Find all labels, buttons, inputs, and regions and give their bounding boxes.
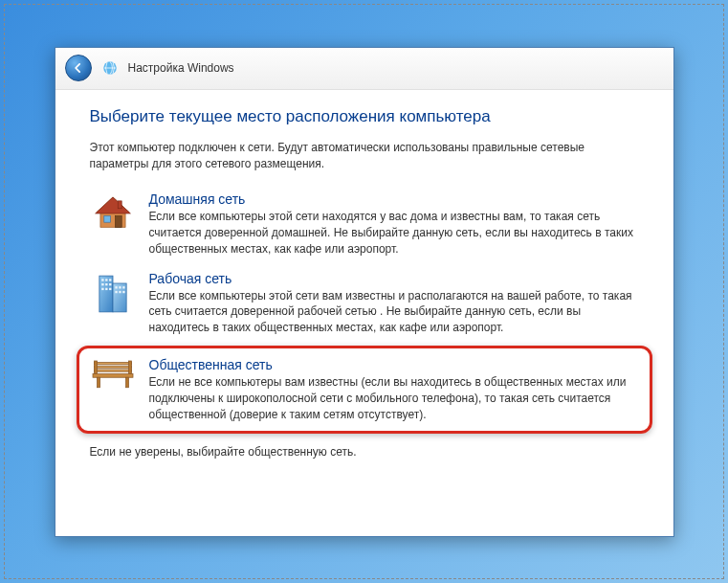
svg-rect-9	[105, 279, 107, 280]
svg-rect-23	[94, 363, 131, 365]
option-title: Общественная сеть	[149, 357, 639, 372]
network-options: Домашняя сеть Если все компьютеры этой с…	[90, 186, 639, 434]
svg-rect-28	[125, 377, 128, 388]
house-icon	[90, 191, 136, 257]
svg-rect-27	[97, 377, 99, 388]
svg-rect-5	[118, 201, 121, 209]
wizard-body: Выберите текущее место расположения комп…	[55, 90, 673, 536]
wizard-window: Настройка Windows Выберите текущее место…	[55, 47, 674, 537]
app-icon	[101, 59, 119, 77]
office-icon	[90, 271, 136, 336]
option-public-highlight: Общественная сеть Если не все компьютеры…	[77, 346, 652, 434]
option-public-network[interactable]: Общественная сеть Если не все компьютеры…	[80, 349, 649, 430]
back-button[interactable]	[65, 55, 92, 81]
back-arrow-icon	[72, 61, 85, 75]
option-desc: Если не все компьютеры вам известны (есл…	[149, 374, 639, 422]
page-hint: Если не уверены, выбирайте общественную …	[90, 445, 639, 459]
option-desc: Если все компьютеры этой сети находятся …	[149, 209, 635, 257]
svg-rect-29	[94, 361, 97, 374]
svg-rect-18	[119, 286, 121, 288]
option-title: Домашняя сеть	[149, 191, 635, 207]
svg-rect-8	[101, 279, 103, 280]
svg-rect-17	[115, 286, 117, 288]
bench-icon	[90, 357, 136, 422]
svg-rect-14	[101, 287, 103, 289]
svg-marker-2	[95, 197, 130, 213]
window-title: Настройка Windows	[128, 61, 234, 75]
svg-rect-6	[99, 276, 112, 312]
svg-rect-3	[103, 216, 110, 223]
page-intro: Этот компьютер подключен к сети. Будут а…	[90, 140, 639, 173]
svg-rect-24	[94, 366, 131, 368]
svg-rect-12	[105, 283, 107, 285]
svg-rect-26	[93, 374, 133, 378]
svg-rect-22	[122, 291, 124, 293]
svg-rect-20	[115, 291, 117, 293]
svg-rect-25	[94, 370, 131, 371]
svg-rect-10	[109, 279, 111, 280]
option-title: Рабочая сеть	[149, 271, 635, 286]
svg-rect-16	[109, 287, 111, 289]
svg-rect-21	[119, 291, 121, 293]
svg-rect-30	[128, 361, 131, 374]
page-heading: Выберите текущее место расположения комп…	[90, 107, 639, 126]
svg-rect-4	[115, 216, 121, 228]
svg-rect-15	[105, 287, 107, 289]
wizard-header: Настройка Windows	[55, 48, 673, 90]
option-work-network[interactable]: Рабочая сеть Если все компьютеры этой се…	[90, 265, 639, 342]
option-desc: Если все компьютеры этой сети вам извест…	[149, 288, 635, 336]
svg-rect-13	[109, 283, 111, 285]
option-home-network[interactable]: Домашняя сеть Если все компьютеры этой с…	[90, 186, 639, 262]
svg-rect-11	[101, 283, 103, 285]
svg-rect-19	[122, 286, 124, 288]
